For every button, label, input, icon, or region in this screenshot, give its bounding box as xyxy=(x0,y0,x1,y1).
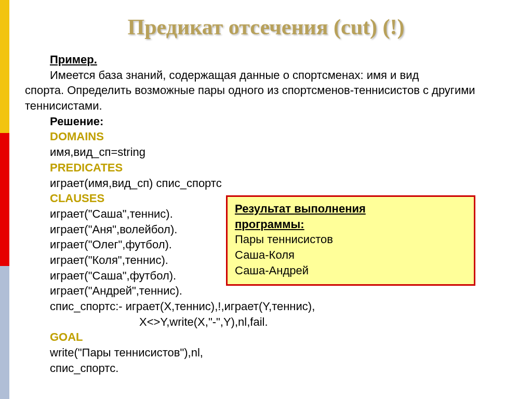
predicates-line: играет(имя,вид_сп) спис_спортс xyxy=(50,177,222,190)
goal-1: write("Пары теннисистов"),nl, xyxy=(50,346,203,359)
kw-goal: GOAL xyxy=(50,330,83,343)
domains-line: имя,вид_сп=string xyxy=(50,145,145,158)
clause-3: играет("Олег",футбол). xyxy=(50,238,172,251)
goal-2: спис_спортс. xyxy=(50,362,118,375)
intro-line-2: спорта. Определить возможные пары одного… xyxy=(25,84,475,112)
slide: Предикат отсечения (cut) (!) Пример. Име… xyxy=(0,0,532,399)
result-line-1: Пары теннисистов xyxy=(235,232,467,247)
result-line-2: Саша-Коля xyxy=(235,247,467,263)
example-label: Пример. xyxy=(50,53,97,66)
solution-label: Решение xyxy=(50,115,100,128)
kw-predicates: PREDICATES xyxy=(50,161,123,174)
result-box: Результат выполнения программы: Пары тен… xyxy=(226,195,475,286)
clause-4: играет("Коля",теннис). xyxy=(50,254,168,267)
clause-7b: X<>Y,write(X,"-",Y),nl,fail. xyxy=(139,315,268,328)
slide-title: Предикат отсечения (cut) (!) xyxy=(0,15,532,39)
intro-line-1: Имеется база знаний, содержащая данные о… xyxy=(50,69,419,82)
stripe-gray xyxy=(0,266,9,399)
clause-7a: спис_спортс:- играет(X,теннис),!,играет(… xyxy=(50,300,315,313)
stripe-red xyxy=(0,133,9,266)
clause-2: играет("Аня",волейбол). xyxy=(50,223,177,236)
clause-1: играет("Саша",теннис). xyxy=(50,207,173,220)
kw-domains: DOMAINS xyxy=(50,130,104,143)
result-heading-1: Результат выполнения xyxy=(235,201,467,217)
clause-5: играет("Саша",футбол). xyxy=(50,269,176,282)
result-heading-2: программы: xyxy=(235,217,467,232)
result-line-3: Саша-Андрей xyxy=(235,263,467,278)
clause-6: играет("Андрей",теннис). xyxy=(50,284,182,297)
kw-clauses: CLAUSES xyxy=(50,192,104,205)
